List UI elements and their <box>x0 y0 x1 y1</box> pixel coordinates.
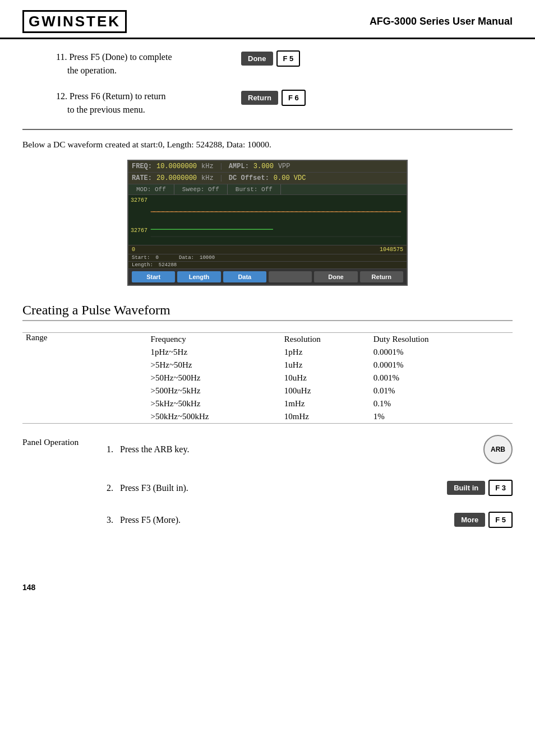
page-header: GWINSTEK AFG-3000 Series User Manual <box>0 0 535 39</box>
display-freq-row: FREQ: 10.0000000 kHz | AMPL: 3.000 VPP <box>128 161 407 173</box>
table-row: >50kHz~500kHz 10mHz 1% <box>22 410 513 424</box>
tab-mod: MOD: Off <box>128 184 174 194</box>
step-11-buttons: Done F 5 <box>241 50 300 67</box>
step-12-buttons: Return F 6 <box>241 90 306 106</box>
disp-btn-empty <box>269 271 312 282</box>
step-12-text: 12. Press F6 (Return) to return to the p… <box>56 90 230 117</box>
table-row: >50Hz~500Hz 10uHz 0.001% <box>22 372 513 384</box>
disp-btn-start[interactable]: Start <box>132 271 175 282</box>
freq-label: FREQ: <box>132 163 152 170</box>
start-label: Start: <box>132 255 150 261</box>
range-table: Range Frequency Resolution Duty Resoluti… <box>22 332 513 424</box>
disp-btn-data[interactable]: Data <box>223 271 266 282</box>
table-row: >500Hz~5kHz 100uHz 0.01% <box>22 384 513 397</box>
step-12: 12. Press F6 (Return) to return to the p… <box>22 90 513 117</box>
f3-key: F 3 <box>488 480 513 496</box>
disp-btn-return[interactable]: Return <box>360 271 403 282</box>
freq-value: 10.0000000 <box>156 163 197 170</box>
main-content: 11. Press F5 (Done) to complete the oper… <box>0 39 535 577</box>
instrument-display: FREQ: 10.0000000 kHz | AMPL: 3.000 VPP R… <box>127 160 408 286</box>
waveform-display: 32767 32767 <box>128 195 407 245</box>
done-button[interactable]: Done <box>241 52 273 66</box>
arb-button[interactable]: ARB <box>483 435 513 464</box>
table-header-row: Range Frequency Resolution Duty Resoluti… <box>22 333 513 346</box>
disp-btn-done[interactable]: Done <box>314 271 357 282</box>
length-val: 524288 <box>159 262 177 268</box>
logo: GWINSTEK <box>22 10 127 33</box>
f5-key-2: F 5 <box>488 512 513 528</box>
more-button[interactable]: More <box>454 513 485 527</box>
page-number: 148 <box>0 577 535 597</box>
data-label: Data: <box>179 255 194 261</box>
return-button[interactable]: Return <box>241 91 278 105</box>
dc-value: 0.00 VDC <box>274 174 306 182</box>
rate-label: RATE: <box>132 174 152 182</box>
length-label: Length: <box>132 262 153 268</box>
manual-title: AFG-3000 Series User Manual <box>370 16 513 27</box>
table-row: >5kHz~50kHz 1mHz 0.1% <box>22 397 513 410</box>
step-3-buttons: More F 5 <box>454 512 513 528</box>
display-status-row: 0 1048575 <box>128 245 407 254</box>
step-2-buttons: Built in F 3 <box>447 480 513 496</box>
table-row: 1pHz~5Hz 1pHz 0.0001% <box>22 346 513 359</box>
display-rate-row: RATE: 20.0000000 kHz | DC Offset: 0.00 V… <box>128 173 407 184</box>
ampl-label: AMPL: <box>229 163 249 170</box>
display-tabs-row: MOD: Off Sweep: Off Burst: Off <box>128 184 407 195</box>
step-1-buttons: ARB <box>483 435 513 464</box>
steps-divider <box>22 129 513 130</box>
step-11-text: 11. Press F5 (Done) to complete the oper… <box>56 50 230 77</box>
steps-section: 11. Press F5 (Done) to complete the oper… <box>22 50 513 117</box>
res-header: Resolution <box>281 333 370 346</box>
disp-btn-length[interactable]: Length <box>177 271 220 282</box>
freq-unit: kHz <box>201 163 214 170</box>
ampl-unit: VPP <box>278 163 290 170</box>
ampl-value: 3.000 <box>253 163 274 170</box>
table-row: >5Hz~50Hz 1uHz 0.0001% <box>22 359 513 372</box>
dc-label: DC Offset: <box>229 174 269 182</box>
section-heading: Creating a Pulse Waveform <box>22 303 513 318</box>
panel-op-step-2: 2. Press F3 (Built in). Built in F 3 <box>101 480 513 496</box>
step-11: 11. Press F5 (Done) to complete the oper… <box>22 50 513 77</box>
step-3-text: 3. Press F5 (More). <box>101 515 443 525</box>
data-val: 10000 <box>200 255 215 261</box>
panel-op-step-3: 3. Press F5 (More). More F 5 <box>101 512 513 528</box>
display-length-row: Length: 524288 <box>128 262 407 269</box>
rate-value: 20.0000000 <box>156 174 197 182</box>
panel-operation-section: Panel Operation 1. Press the ARB key. AR… <box>22 435 513 544</box>
f5-key: F 5 <box>276 50 301 67</box>
range-header: Range <box>22 333 147 346</box>
f6-key: F 6 <box>282 90 306 106</box>
display-buttons: Start Length Data Done Return <box>128 269 407 285</box>
duty-header: Duty Resolution <box>370 333 513 346</box>
freq-header: Frequency <box>147 333 280 346</box>
tab-sweep: Sweep: Off <box>174 184 228 194</box>
panel-op-step-1: 1. Press the ARB key. ARB <box>101 435 513 464</box>
step-2-text: 2. Press F3 (Built in). <box>101 483 436 493</box>
panel-op-label: Panel Operation <box>22 435 101 447</box>
tab-burst: Burst: Off <box>228 184 281 194</box>
builtin-button[interactable]: Built in <box>447 481 485 495</box>
description-text: Below a DC waveform created at start:0, … <box>22 138 513 151</box>
logo-text: GWINSTEK <box>29 13 121 30</box>
step-1-text: 1. Press the ARB key. <box>101 444 472 454</box>
waveform-svg <box>128 195 407 245</box>
panel-op-content: 1. Press the ARB key. ARB 2. Press F3 (B… <box>101 435 513 544</box>
status-zero: 0 <box>132 247 135 253</box>
rate-unit: kHz <box>201 174 214 182</box>
section-divider <box>22 320 513 321</box>
display-info-row: Start: 0 Data: 10000 <box>128 254 407 262</box>
status-end: 1048575 <box>380 247 403 253</box>
start-val: 0 <box>155 255 158 261</box>
